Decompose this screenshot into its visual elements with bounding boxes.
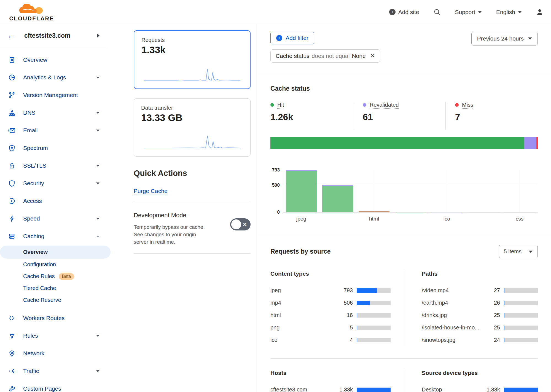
- subnav-item-cache-reserve[interactable]: Cache Reserve: [0, 294, 106, 306]
- sidebar-item-workers-routes[interactable]: Workers Routes: [0, 309, 106, 327]
- cloudflare-cloud-icon: [17, 4, 46, 15]
- bar-mp4[interactable]: [322, 170, 353, 212]
- sidebar-item-overview[interactable]: Overview: [0, 51, 106, 69]
- revalidated-label[interactable]: Revalidated: [370, 102, 399, 108]
- revalidated-value: 61: [363, 112, 445, 122]
- data-transfer-card[interactable]: Data transfer 13.33 GB: [134, 98, 251, 157]
- sidebar-item-caching[interactable]: Caching: [0, 227, 106, 245]
- subnav-item-label: Cache Rules: [23, 273, 55, 280]
- plus-icon: +: [389, 9, 396, 15]
- table-row[interactable]: jpeg 793: [270, 284, 391, 297]
- chevron-up-icon: [96, 235, 100, 237]
- row-value: 4: [338, 337, 353, 343]
- subnav-item-configuration[interactable]: Configuration: [0, 259, 106, 270]
- sidebar-item-traffic[interactable]: Traffic: [0, 362, 106, 380]
- row-label: /video.mp4: [422, 287, 486, 294]
- bar-jpeg[interactable]: [286, 170, 317, 212]
- bar-unlabeled[interactable]: [468, 170, 499, 212]
- sidebar-item-access[interactable]: Access: [0, 192, 106, 210]
- brand-wordmark: CLOUDFLARE: [9, 15, 54, 22]
- table-row[interactable]: /video.mp4 27: [422, 284, 538, 297]
- sidebar-item-analytics-logs[interactable]: Analytics & Logs: [0, 69, 106, 86]
- subnav-item-cache-rules[interactable]: Cache Rules Beta: [0, 270, 106, 282]
- chevron-right-icon[interactable]: [97, 34, 100, 37]
- language-menu[interactable]: English: [496, 9, 522, 15]
- hierarchy-icon: [8, 109, 15, 116]
- row-label: Desktop: [422, 386, 486, 392]
- table-row[interactable]: cftestsite3.com 1.33k: [270, 383, 391, 392]
- x-tick-css: css: [504, 216, 535, 222]
- sidebar-item-ssl-tls[interactable]: SSL/TLS: [0, 157, 106, 174]
- map-pin-icon: [8, 350, 15, 357]
- sidebar-item-label: DNS: [23, 109, 96, 116]
- table-row[interactable]: mp4 506: [270, 297, 391, 309]
- divider: [270, 358, 538, 359]
- chevron-down-icon: [96, 370, 100, 372]
- items-count-dropdown[interactable]: 5 items: [499, 245, 538, 258]
- y-axis: 793 500 0: [270, 170, 283, 213]
- chevron-down-icon: [96, 77, 100, 79]
- progress-fill: [504, 338, 504, 342]
- sidebar-item-label: Security: [23, 180, 96, 187]
- sidebar-item-security[interactable]: Security: [0, 174, 106, 192]
- cloudflare-logo[interactable]: CLOUDFLARE: [6, 2, 58, 22]
- remove-filter-icon[interactable]: ✕: [370, 52, 375, 60]
- progress-fill: [504, 388, 538, 392]
- user-account-icon[interactable]: [536, 9, 543, 16]
- site-name: cftestsite3.com: [24, 32, 97, 39]
- row-label: cftestsite3.com: [270, 386, 338, 392]
- development-mode-title: Development Mode: [134, 212, 230, 219]
- subnav-item-overview[interactable]: Overview: [0, 246, 111, 259]
- filter-chip[interactable]: Cache status does not equal None ✕: [270, 49, 380, 63]
- row-value: 1.33k: [338, 386, 353, 392]
- source-device-types-heading: Source device types: [422, 370, 538, 376]
- purge-cache-link[interactable]: Purge Cache: [134, 188, 168, 194]
- table-row[interactable]: /snowtops.jpg 24: [422, 334, 538, 346]
- search-icon[interactable]: [434, 9, 441, 16]
- support-menu[interactable]: Support: [455, 9, 482, 15]
- sidebar-item-spectrum[interactable]: Spectrum: [0, 139, 106, 157]
- subnav-item-tiered-cache[interactable]: Tiered Cache: [0, 282, 106, 294]
- plus-icon: +: [276, 35, 282, 41]
- sidebar-item-dns[interactable]: DNS: [0, 104, 106, 122]
- sidebar-item-email[interactable]: Email: [0, 122, 106, 139]
- add-site-button[interactable]: + Add site: [389, 9, 419, 15]
- table-row[interactable]: ico 4: [270, 334, 391, 346]
- toggle-off-x-icon: ✕: [243, 221, 247, 228]
- table-row[interactable]: html 16: [270, 309, 391, 321]
- time-range-dropdown[interactable]: Previous 24 hours: [471, 32, 538, 45]
- bar-segment: [395, 212, 426, 212]
- back-arrow-icon[interactable]: ←: [7, 31, 15, 40]
- x-tick-ico: ico: [431, 216, 462, 222]
- table-row[interactable]: Desktop 1.33k: [422, 383, 538, 392]
- lightning-icon: [8, 215, 15, 222]
- bar-ico[interactable]: [431, 170, 462, 212]
- beta-badge: Beta: [59, 273, 74, 280]
- sidebar-item-custom-pages[interactable]: Custom Pages: [0, 380, 106, 392]
- language-label: English: [496, 9, 515, 15]
- miss-label[interactable]: Miss: [462, 102, 473, 108]
- sidebar-item-label: Speed: [23, 215, 96, 222]
- row-label: /isolated-house-in-mo...: [422, 324, 486, 331]
- progress-track: [357, 388, 391, 392]
- sidebar-item-label: Traffic: [23, 368, 96, 374]
- add-filter-button[interactable]: + Add filter: [270, 32, 314, 44]
- table-row[interactable]: png 5: [270, 321, 391, 334]
- bar-css[interactable]: [504, 170, 535, 212]
- requests-card[interactable]: Requests 1.33k: [134, 30, 251, 89]
- bar-png[interactable]: [395, 170, 426, 212]
- table-row[interactable]: /isolated-house-in-mo... 25: [422, 321, 538, 334]
- hit-label[interactable]: Hit: [277, 102, 284, 108]
- sidebar-item-rules[interactable]: Rules: [0, 327, 106, 345]
- development-mode-toggle[interactable]: ✕: [230, 218, 251, 230]
- table-row[interactable]: /earth.mp4 26: [422, 297, 538, 309]
- chevron-down-icon: [518, 11, 522, 13]
- sidebar-item-network[interactable]: Network: [0, 345, 106, 362]
- bar-html[interactable]: [359, 170, 389, 212]
- sidebar-item-speed[interactable]: Speed: [0, 210, 106, 227]
- progress-fill: [357, 288, 377, 293]
- sidebar-item-version-management[interactable]: Version Management: [0, 86, 106, 104]
- data-transfer-sparkline: [141, 127, 243, 151]
- progress-track: [357, 288, 391, 293]
- table-row[interactable]: /drinks.jpg 25: [422, 309, 538, 321]
